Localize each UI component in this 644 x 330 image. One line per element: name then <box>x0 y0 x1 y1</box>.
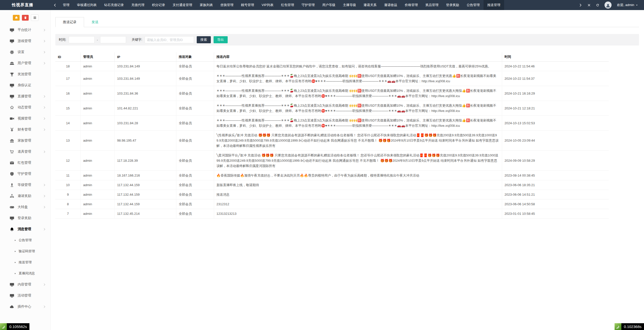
nav-tab-1[interactable]: 管理 <box>59 0 73 10</box>
nav-tab-14[interactable]: 主播等级 <box>339 0 360 10</box>
nav-tab-11[interactable]: 红包管理 <box>277 0 298 10</box>
sidebar-item-4[interactable]: 奖池管理 <box>0 69 50 80</box>
sidebar-item-1[interactable]: 游戏管理 <box>0 35 50 47</box>
tab-1[interactable]: 推送记录 <box>55 17 84 27</box>
sidebar-item-7[interactable]: 动态管理 <box>0 102 50 113</box>
arrow-up-icon <box>10 183 14 187</box>
sidebar-subitem-22[interactable]: 直播间消息 <box>0 268 50 279</box>
sidebar-item-14[interactable]: 等级管理 <box>0 179 50 190</box>
sidebar-item-label: 邀请奖励 <box>18 194 31 198</box>
cell-admin: admin <box>80 62 114 71</box>
menu-toggle-button[interactable] <box>31 14 38 21</box>
monitor-icon <box>10 83 14 88</box>
sidebar-item-9[interactable]: 财务管理 <box>0 124 50 135</box>
time-start-input[interactable] <box>69 36 95 43</box>
sidebar-item-23[interactable]: 内容管理 <box>0 279 50 290</box>
keyword-filter-label: 关键字: <box>132 37 142 42</box>
sidebar-item-label: 守护管理 <box>18 172 31 176</box>
nav-tab-10[interactable]: VIP列表 <box>258 0 277 10</box>
sidebar-subitem-19[interactable]: 公告管理 <box>0 235 50 246</box>
sidebar-subitem-20[interactable]: 验证码管理 <box>0 246 50 257</box>
sidebar-item-13[interactable]: 守护管理 <box>0 168 50 179</box>
sidebar-item-15[interactable]: 邀请奖励 <box>0 190 50 201</box>
nav-tab-4[interactable]: 充值代理 <box>128 0 148 10</box>
sidebar-toolbar <box>0 14 50 24</box>
sidebar-item-label: 登录奖励 <box>18 216 31 220</box>
sidebar-item-11[interactable]: 道具管理 <box>0 146 50 157</box>
nav-tab-5[interactable]: 积分记录 <box>148 0 169 10</box>
cell-target: 全部会员 <box>176 190 214 199</box>
sidebar-item-5[interactable]: 身份认证 <box>0 80 50 91</box>
cell-time: 2024-10-13 15:02:53 <box>502 116 609 131</box>
triangle-right-icon <box>14 239 16 241</box>
home-button[interactable] <box>13 15 20 21</box>
sidebar-item-label: 身份认证 <box>18 83 31 88</box>
cell-admin: admin <box>80 86 114 101</box>
nav-scroll-left-button[interactable] <box>51 0 59 10</box>
sidebar-item-24[interactable]: 活动管理 <box>0 290 50 301</box>
sidebar-item-3[interactable]: 用户管理 <box>0 58 50 69</box>
tab-2[interactable]: 发送 <box>84 17 106 27</box>
cell-ip: 98.98.195.47 <box>114 131 176 151</box>
sidebar-item-10[interactable]: 家族管理 <box>0 135 50 146</box>
sidebar-subitem-21[interactable]: 推送管理 <box>0 257 50 268</box>
cell-target: 全部会员 <box>176 62 214 71</box>
nav-tab-12[interactable]: 守护管理 <box>298 0 318 10</box>
keyword-input[interactable] <box>145 36 194 43</box>
sidebar-item-6[interactable]: 直播管理 <box>0 91 50 102</box>
sidebar-item-17[interactable]: 登录奖励 <box>0 213 50 224</box>
sidebar-item-12[interactable]: 红包管理 <box>0 157 50 168</box>
time-end-input[interactable] <box>100 36 126 43</box>
search-button[interactable]: 搜索 <box>197 36 211 43</box>
sitemap-icon <box>10 194 14 198</box>
cell-content: 推送消息 <box>214 190 502 199</box>
welcome-menu[interactable]: 欢迎, admin <box>617 3 638 7</box>
sidebar-item-2[interactable]: 设置 <box>0 47 50 58</box>
sidebar-item-label: 奖池管理 <box>18 72 31 76</box>
table-row: 8admin117.132.44.159全部会员23123122023-06-0… <box>55 199 609 209</box>
cell-id: 14 <box>55 116 80 131</box>
nav-tab-7[interactable]: 家族列表 <box>196 0 217 10</box>
sidebar-item-label: 消息管理 <box>18 227 31 231</box>
nav-tab-19[interactable]: 登录奖励 <box>442 0 463 10</box>
cell-target: 全部会员 <box>176 151 214 171</box>
cell-ip: 103.231.84.28 <box>114 116 176 131</box>
nav-scroll-right-button[interactable] <box>579 4 582 7</box>
clear-cache-button[interactable] <box>22 15 29 21</box>
nav-tab-21[interactable]: 推送管理 <box>484 0 504 10</box>
export-button[interactable]: 导出 <box>214 36 228 43</box>
sidebar-item-label: 视频管理 <box>18 116 31 121</box>
nav-tab-17[interactable]: 价格管理 <box>401 0 422 10</box>
nav-tab-18[interactable]: 奖品管理 <box>422 0 442 10</box>
sidebar-item-label: 等级管理 <box>18 183 31 187</box>
nav-tab-2[interactable]: 审核通过列表 <box>73 0 100 10</box>
nav-tab-13[interactable]: 用户等级 <box>318 0 339 10</box>
nav-tab-16[interactable]: 邀请收益 <box>380 0 401 10</box>
nav-tab-15[interactable]: 邀请关系 <box>360 0 380 10</box>
chevron-right-icon <box>579 4 582 7</box>
cell-content: 新版直播即将上线，敬请期待 <box>214 180 502 190</box>
chevron-right-icon <box>43 305 46 308</box>
sidebar-item-0[interactable]: 平台统计 <box>0 24 50 35</box>
app-root: 性视界直播 管理审核通过列表钻石充值记录充值代理积分记录支付通道管理家族列表坐骑… <box>0 0 644 330</box>
nav-tab-3[interactable]: 钻石充值记录 <box>100 0 128 10</box>
nav-tab-9[interactable]: 靓号管理 <box>237 0 258 10</box>
sidebar-item-18[interactable]: 消息管理 <box>0 224 50 235</box>
cell-time: 2023-06-06 18:35:21 <box>502 180 609 190</box>
sidebar-item-8[interactable]: 视频管理 <box>0 113 50 124</box>
monitor-icon <box>10 39 14 44</box>
sidebar-item-16[interactable]: 大转盘 <box>0 201 50 213</box>
perf-badge-left: 0.105562s <box>0 323 29 330</box>
cell-ip: 117.132.45.214 <box>114 209 176 219</box>
avatar[interactable] <box>605 2 612 9</box>
refresh-button[interactable] <box>596 4 599 7</box>
nav-tab-20[interactable]: 公告管理 <box>463 0 484 10</box>
nav-tab-6[interactable]: 支付通道管理 <box>169 0 196 10</box>
chevron-right-icon <box>43 40 46 43</box>
nav-tab-8[interactable]: 坐骑管理 <box>217 0 237 10</box>
cell-ip: 117.132.44.159 <box>114 199 176 209</box>
close-tabs-button[interactable] <box>587 4 591 7</box>
chevron-right-icon <box>43 51 46 54</box>
sidebar-item-25[interactable]: 插件中心 <box>0 301 50 312</box>
cell-id: 9 <box>55 190 80 199</box>
